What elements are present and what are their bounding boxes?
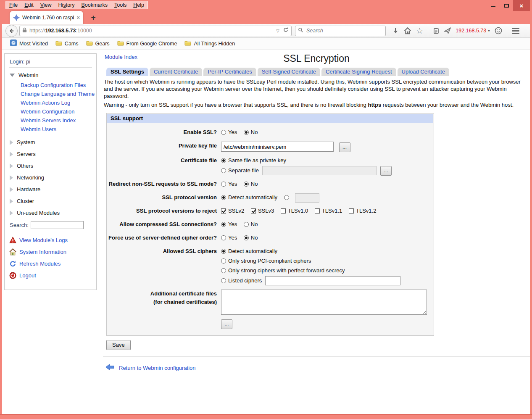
redirect-no-option[interactable]: No (244, 180, 258, 188)
menu-tools[interactable]: Tools (111, 1, 130, 9)
menu-history[interactable]: History (55, 1, 78, 9)
checkbox-icon[interactable] (221, 208, 226, 213)
radio-icon[interactable] (221, 130, 226, 135)
enable-ssl-no-option[interactable]: No (244, 128, 258, 137)
tab-close-icon[interactable]: × (76, 15, 80, 20)
radio-icon[interactable] (221, 222, 226, 227)
tab-self-signed-certificate[interactable]: Self-Signed Certificate (258, 68, 320, 76)
radio-icon[interactable] (244, 222, 249, 227)
menu-file[interactable]: File (6, 1, 21, 9)
tab-upload-certificate[interactable]: Upload Certificate (398, 68, 449, 76)
radio-icon[interactable] (221, 249, 226, 254)
browser-tab-webmin[interactable]: Webmin 1.760 on raspberr... × (10, 11, 83, 24)
sidebar-category-cluster[interactable]: Cluster (10, 198, 92, 204)
url-bar[interactable]: https://192.168.5.73:10000 ▽ (19, 26, 292, 36)
sidebar-category-others[interactable]: Others (10, 163, 92, 169)
maximize-button[interactable] (500, 0, 513, 11)
certificate-separate-input[interactable] (262, 166, 377, 175)
bookmark-star-icon[interactable]: ☆ (416, 27, 423, 35)
redirect-yes-option[interactable]: Yes (221, 180, 237, 188)
back-button[interactable] (5, 25, 18, 37)
sidebar-category-hardware[interactable]: Hardware (10, 186, 92, 192)
ciphers-detect-option[interactable]: Detect automatically (221, 247, 434, 256)
radio-icon[interactable] (244, 130, 249, 135)
bookmark-folder-cams[interactable]: Cams (52, 40, 82, 47)
sidebar-item-change-language-and-theme[interactable]: Change Language and Theme (21, 90, 92, 98)
close-button[interactable]: × (513, 0, 530, 11)
view-module-logs-link[interactable]: View Module's Logs (19, 237, 68, 243)
radio-icon[interactable] (221, 258, 226, 264)
checkbox-icon[interactable] (251, 208, 256, 213)
listed-ciphers-input[interactable] (265, 276, 400, 285)
sidebar-item-webmin-users[interactable]: Webmin Users (21, 125, 92, 134)
additional-certs-textarea[interactable] (221, 290, 427, 315)
identity-button[interactable]: 192.168.5.73 ▾ (456, 28, 490, 34)
new-tab-button[interactable]: + (88, 13, 98, 22)
menu-help[interactable]: Help (130, 1, 147, 9)
checkbox-icon[interactable] (349, 208, 354, 213)
certificate-browse-button[interactable]: ... (380, 166, 392, 176)
radio-icon[interactable] (221, 235, 226, 240)
radio-icon[interactable] (244, 235, 249, 240)
tab-per-ip-certificates[interactable]: Per-IP Certificates (203, 68, 256, 76)
menu-view[interactable]: View (37, 1, 55, 9)
minimize-button[interactable] (486, 0, 500, 11)
menu-hamburger-icon[interactable] (512, 28, 519, 34)
radio-icon[interactable] (284, 195, 289, 200)
clipboard-icon[interactable] (433, 27, 440, 34)
ciphers-listed-option[interactable]: Listed ciphers (221, 276, 434, 285)
radio-icon[interactable] (221, 278, 226, 283)
sidebar-category-system[interactable]: System (10, 139, 92, 145)
module-index-link[interactable]: Module Index (105, 54, 137, 60)
bookmark-most-visited[interactable]: Most Visited (6, 40, 52, 47)
reject-tlsv12-option[interactable]: TLSv1.2 (349, 207, 376, 215)
feedback-smiley-icon[interactable] (495, 27, 502, 34)
checkbox-icon[interactable] (315, 208, 320, 213)
protocol-detect-option[interactable]: Detect automatically (221, 193, 277, 202)
enable-ssl-yes-option[interactable]: Yes (221, 128, 237, 137)
sidebar-category-webmin[interactable]: Webmin (10, 72, 92, 78)
compression-yes-option[interactable]: Yes (221, 220, 237, 229)
search-input[interactable] (306, 27, 383, 34)
private-key-browse-button[interactable]: ... (339, 142, 350, 152)
sidebar-item-webmin-actions-log[interactable]: Webmin Actions Log (21, 98, 92, 107)
certificate-same-option[interactable]: Same file as private key (221, 156, 434, 165)
reject-tlsv10-option[interactable]: TLSv1.0 (281, 207, 308, 215)
urlbar-dropdown-icon[interactable]: ▽ (276, 29, 279, 33)
reject-sslv3-option[interactable]: SSLv3 (251, 207, 274, 215)
cipher-order-no-option[interactable]: No (244, 234, 258, 242)
sidebar-category-servers[interactable]: Servers (10, 151, 92, 157)
radio-icon[interactable] (244, 182, 249, 187)
return-to-webmin-configuration-link[interactable]: Return to Webmin configuration (119, 365, 196, 371)
download-icon[interactable] (392, 27, 399, 34)
reject-sslv2-option[interactable]: SSLv2 (221, 207, 244, 215)
menu-edit[interactable]: Edit (21, 1, 37, 9)
logout-link[interactable]: Logout (19, 272, 36, 279)
radio-icon[interactable] (221, 182, 226, 187)
additional-certs-browse-button[interactable]: ... (221, 319, 232, 329)
radio-icon[interactable] (221, 168, 226, 173)
system-information-link[interactable]: System Information (19, 249, 66, 255)
tab-current-certificate[interactable]: Current Certificate (150, 68, 202, 76)
reload-icon[interactable] (283, 27, 289, 34)
compression-no-option[interactable]: No (244, 220, 258, 229)
ciphers-pfs-option[interactable]: Only strong ciphers with perfect forward… (221, 266, 434, 275)
module-search-input[interactable] (31, 221, 84, 229)
tab-certificate-signing-request[interactable]: Certificate Signing Request (321, 68, 396, 76)
bookmark-folder-gears[interactable]: Gears (82, 40, 113, 47)
save-button[interactable]: Save (106, 340, 131, 350)
search-bar[interactable] (295, 26, 386, 36)
refresh-modules-link[interactable]: Refresh Modules (19, 261, 61, 267)
reject-tlsv11-option[interactable]: TLSv1.1 (315, 207, 342, 215)
bookmark-folder-all-things-hidden[interactable]: All Things Hidden (181, 40, 239, 47)
sidebar-item-backup-configuration-files[interactable]: Backup Configuration Files (21, 81, 92, 90)
ciphers-pci-option[interactable]: Only strong PCI-compliant ciphers (221, 257, 434, 265)
checkbox-icon[interactable] (281, 208, 286, 213)
private-key-input[interactable] (221, 142, 334, 152)
radio-icon[interactable] (221, 195, 226, 200)
certificate-separate-option[interactable]: Separate file ... (221, 166, 434, 176)
cipher-order-yes-option[interactable]: Yes (221, 234, 237, 242)
radio-icon[interactable] (221, 268, 226, 273)
sidebar-item-webmin-servers-index[interactable]: Webmin Servers Index (21, 116, 92, 125)
send-icon[interactable] (444, 27, 451, 34)
